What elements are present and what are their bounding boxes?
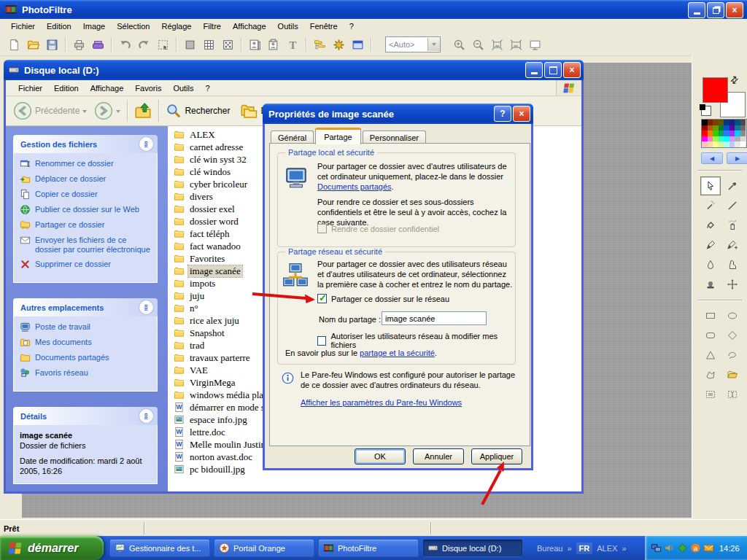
- place-link[interactable]: Mes documents: [20, 338, 152, 348]
- selection-shape-tool[interactable]: [701, 327, 720, 344]
- dialog-tab[interactable]: Partage: [315, 128, 361, 144]
- forward-button-icon[interactable]: [94, 101, 113, 120]
- toolbar-zoom-button[interactable]: [525, 35, 544, 54]
- palette-swatch[interactable]: [708, 125, 713, 131]
- selection-shape-tool[interactable]: [723, 307, 742, 324]
- restore-button[interactable]: [707, 2, 724, 18]
- explorer-menu-item[interactable]: Edition: [49, 82, 84, 94]
- palette-swatch[interactable]: [702, 125, 708, 131]
- zoom-dropdown-arrow-icon[interactable]: [427, 38, 440, 51]
- task-label[interactable]: Partager ce dossier: [35, 220, 104, 230]
- folder-name[interactable]: dossier word: [188, 216, 240, 228]
- shared-documents-link[interactable]: Documents partagés: [317, 182, 392, 191]
- toolbar-button[interactable]: [153, 35, 172, 54]
- folder-name[interactable]: Favorites: [188, 253, 226, 265]
- palette-swatch[interactable]: [740, 131, 746, 136]
- folder-name[interactable]: fact téléph: [188, 228, 231, 240]
- folder-name[interactable]: trad: [188, 340, 206, 351]
- folder-name[interactable]: travaux parterre: [188, 352, 252, 364]
- palette-swatch[interactable]: [729, 136, 735, 142]
- palette-swatch[interactable]: [702, 120, 708, 125]
- folder-name[interactable]: cyber bricoleur: [188, 179, 249, 190]
- folder-name[interactable]: carnet adresse: [188, 141, 244, 153]
- selection-shape-tool[interactable]: [723, 327, 742, 344]
- task-label[interactable]: Envoyer les fichiers de ce dossier par c…: [35, 236, 152, 254]
- toolbar-button[interactable]: [88, 35, 107, 54]
- folder-name[interactable]: juju: [188, 290, 206, 302]
- palette-swatch[interactable]: [724, 120, 729, 125]
- task-link[interactable]: Renommer ce dossier: [20, 159, 152, 169]
- toolbar-button[interactable]: [283, 35, 302, 54]
- paint-tool[interactable]: [701, 276, 720, 293]
- toolbar-button[interactable]: [264, 35, 283, 54]
- toolbar-button[interactable]: [245, 35, 264, 54]
- paint-tool[interactable]: [723, 197, 742, 214]
- folder-name[interactable]: rice alex juju: [188, 315, 241, 327]
- language-indicator[interactable]: FR: [576, 542, 593, 554]
- menu-item[interactable]: Réglage: [157, 20, 197, 32]
- foreground-color-swatch[interactable]: [703, 77, 728, 103]
- palette-swatch[interactable]: [719, 125, 724, 131]
- toolbar-button[interactable]: [69, 35, 88, 54]
- toolbar-button[interactable]: [42, 35, 61, 54]
- share-on-network-label[interactable]: Partager ce dossier sur le réseau: [331, 295, 449, 303]
- paint-tool[interactable]: [701, 236, 720, 254]
- selection-shape-tool[interactable]: [723, 346, 742, 364]
- folder-name[interactable]: divers: [188, 191, 214, 203]
- collapse-chevron-icon[interactable]: ««: [139, 137, 153, 151]
- zoom-combobox[interactable]: <Auto>: [385, 36, 441, 52]
- close-button[interactable]: ×: [726, 2, 743, 18]
- palette-swatch[interactable]: [740, 125, 746, 131]
- file-name[interactable]: lettre.doc: [188, 427, 227, 438]
- selection-shape-tool[interactable]: [701, 386, 720, 403]
- palette-swatch[interactable]: [729, 141, 735, 147]
- menu-item[interactable]: Fenêtre: [305, 20, 343, 32]
- search-icon[interactable]: [166, 103, 182, 119]
- palette-swatch[interactable]: [735, 136, 740, 142]
- menu-item[interactable]: Image: [78, 20, 111, 32]
- palette-swatch[interactable]: [740, 120, 746, 125]
- palette-swatch[interactable]: [735, 125, 740, 131]
- menu-item[interactable]: Edition: [42, 20, 77, 32]
- toolbar-button[interactable]: [134, 35, 153, 54]
- search-label[interactable]: Rechercher: [185, 106, 230, 116]
- paint-tool[interactable]: [723, 236, 742, 254]
- place-label[interactable]: Documents partagés: [35, 353, 109, 362]
- toolbar-button[interactable]: [115, 35, 134, 54]
- palette-swatch[interactable]: [735, 120, 740, 125]
- other-places-header[interactable]: Autres emplacements ««: [13, 298, 158, 316]
- toolbar-button[interactable]: [348, 35, 367, 54]
- task-link[interactable]: Publier ce dossier sur le Web: [20, 205, 152, 215]
- palette-swatch[interactable]: [729, 120, 735, 125]
- share-name-input[interactable]: [382, 311, 487, 325]
- selection-shape-tool[interactable]: [723, 366, 742, 384]
- file-name[interactable]: espace info.jpg: [188, 414, 249, 426]
- paint-tool[interactable]: [701, 217, 720, 234]
- collapse-chevron-icon[interactable]: ««: [139, 300, 153, 314]
- folder-name[interactable]: dossier exel: [188, 203, 236, 215]
- place-label[interactable]: Favoris réseau: [35, 368, 88, 378]
- selection-shape-tool[interactable]: [701, 307, 720, 324]
- place-label[interactable]: Poste de travail: [35, 322, 90, 332]
- swap-colors-icon[interactable]: ⇄: [727, 73, 740, 86]
- explorer-menu-item[interactable]: ?: [201, 82, 215, 94]
- task-label[interactable]: Publier ce dossier sur le Web: [35, 205, 139, 214]
- task-label[interactable]: Copier ce dossier: [35, 190, 98, 199]
- paint-tool[interactable]: [701, 197, 720, 214]
- volume-tray-icon[interactable]: [664, 542, 675, 553]
- palette-swatch[interactable]: [719, 120, 724, 125]
- task-link[interactable]: Copier ce dossier: [20, 190, 152, 200]
- back-label[interactable]: Précédente: [35, 106, 80, 116]
- explorer-close-button[interactable]: ×: [563, 62, 581, 78]
- dialog-tab[interactable]: Personnaliser: [363, 131, 426, 144]
- task-link[interactable]: Envoyer les fichiers de ce dossier par c…: [20, 236, 152, 254]
- minimize-button[interactable]: [688, 2, 705, 18]
- task-link[interactable]: Supprimer ce dossier: [20, 260, 152, 270]
- palette-swatch[interactable]: [724, 141, 729, 147]
- toolbar-button[interactable]: [180, 35, 199, 54]
- toolbar-button[interactable]: [237, 35, 245, 54]
- bureau-toolbar[interactable]: Bureau: [537, 544, 562, 553]
- explorer-minimize-button[interactable]: [525, 62, 543, 78]
- task-label[interactable]: Renommer ce dossier: [35, 159, 114, 168]
- toolbar-button[interactable]: [310, 35, 329, 54]
